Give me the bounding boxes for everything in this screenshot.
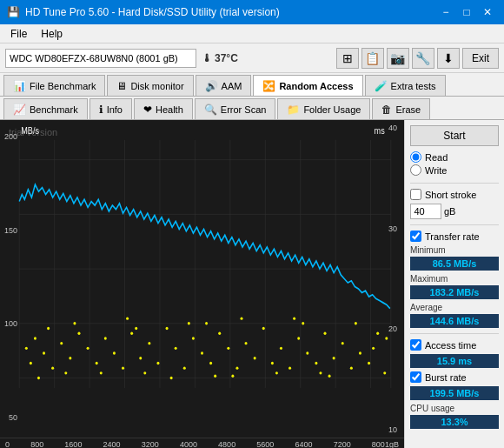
svg-point-64 <box>359 351 361 354</box>
svg-point-57 <box>315 362 317 364</box>
menu-file[interactable]: File <box>3 27 34 41</box>
svg-point-76 <box>275 371 278 374</box>
read-radio[interactable] <box>410 151 421 163</box>
burst-rate-option[interactable]: Burst rate <box>410 371 499 383</box>
svg-point-45 <box>227 347 229 350</box>
svg-point-80 <box>372 347 375 350</box>
short-stroke-row: gB <box>410 204 499 219</box>
x-label-5600: 5600 <box>256 440 274 449</box>
minimize-button[interactable]: − <box>436 4 455 20</box>
tab-info[interactable]: ℹ Info <box>90 98 132 119</box>
drive-dropdown[interactable]: WDC WD80EFZX-68UW8N0 (8001 gB) <box>5 49 196 68</box>
svg-point-21 <box>51 366 54 369</box>
svg-point-27 <box>104 337 107 339</box>
svg-point-49 <box>262 327 265 330</box>
minimum-section: Minimum 86.5 MB/s <box>410 245 499 271</box>
minimum-label: Minimum <box>410 245 499 255</box>
burst-rate-label: Burst rate <box>425 372 467 383</box>
svg-point-72 <box>170 377 173 379</box>
title-bar-left: 💾 HD Tune Pro 5.60 - Hard Disk/SSD Utili… <box>7 6 280 18</box>
svg-point-48 <box>254 357 256 359</box>
x-label-8001: 8001gB <box>372 440 399 449</box>
access-time-option[interactable]: Access time <box>410 339 499 351</box>
x-label-1600: 1600 <box>64 440 82 449</box>
tab-folder-usage[interactable]: 📁 Folder Usage <box>277 98 370 119</box>
x-label-4000: 4000 <box>180 440 197 449</box>
svg-point-67 <box>383 371 386 374</box>
svg-point-18 <box>30 362 32 364</box>
tab-health[interactable]: ❤ Health <box>134 98 193 119</box>
y-right-10: 10 <box>388 425 402 434</box>
toolbar-icon-4[interactable]: 🔧 <box>412 48 434 69</box>
main-area: trial version 200 150 100 50 40 30 20 10 <box>0 120 504 448</box>
tab-benchmark[interactable]: 📈 Benchmark <box>3 98 88 119</box>
exit-button[interactable]: Exit <box>462 48 499 69</box>
info-icon: ℹ <box>99 104 103 116</box>
x-label-3200: 3200 <box>142 440 159 449</box>
tab-extra-tests-label: Extra tests <box>391 81 436 91</box>
extra-tests-icon: 🧪 <box>375 80 388 92</box>
y-axis-left: 200 150 100 50 <box>0 120 19 438</box>
y-axis-right: 40 30 20 10 <box>387 120 404 438</box>
tab-random-access-label: Random Access <box>279 81 353 91</box>
transfer-rate-checkbox[interactable] <box>410 231 421 242</box>
svg-point-65 <box>368 362 370 364</box>
svg-point-30 <box>113 351 116 354</box>
svg-point-40 <box>126 317 129 319</box>
svg-point-34 <box>148 342 150 344</box>
maximize-button[interactable]: □ <box>457 4 476 20</box>
svg-point-71 <box>135 327 137 330</box>
maximum-value: 183.2 MB/s <box>410 285 499 299</box>
svg-point-68 <box>37 377 40 379</box>
write-radio[interactable] <box>410 164 421 176</box>
toolbar-icon-2[interactable]: 📋 <box>361 48 384 69</box>
short-stroke-unit: gB <box>444 206 455 217</box>
y-left-150: 150 <box>2 226 17 235</box>
svg-point-26 <box>96 362 98 364</box>
tab-disk-monitor[interactable]: 🖥 Disk monitor <box>107 75 193 96</box>
toolbar-icon-1[interactable]: ⊞ <box>336 48 359 69</box>
x-label-4800: 4800 <box>218 440 235 449</box>
write-option[interactable]: Write <box>410 164 499 176</box>
menu-help[interactable]: Help <box>34 27 70 41</box>
toolbar-icon-3[interactable]: 📷 <box>387 48 409 69</box>
svg-point-22 <box>60 342 63 344</box>
svg-point-77 <box>302 322 304 324</box>
title-bar: 💾 HD Tune Pro 5.60 - Hard Disk/SSD Utili… <box>0 0 504 24</box>
thermometer-icon: 🌡 <box>202 52 212 64</box>
svg-point-69 <box>73 322 76 324</box>
access-time-value: 15.9 ms <box>410 354 499 368</box>
short-stroke-checkbox[interactable] <box>410 189 421 200</box>
close-button[interactable]: ✕ <box>478 4 497 20</box>
tab-error-scan[interactable]: 🔍 Error Scan <box>195 98 276 119</box>
tab-health-label: Health <box>156 104 183 115</box>
x-axis-labels: 0 800 1600 2400 3200 4000 4800 5600 6400… <box>0 438 404 448</box>
svg-point-66 <box>376 332 379 335</box>
divider-3 <box>410 333 499 334</box>
burst-rate-checkbox[interactable] <box>410 371 421 383</box>
transfer-rate-option[interactable]: Transfer rate <box>410 231 499 242</box>
tab-extra-tests[interactable]: 🧪 Extra tests <box>365 75 446 96</box>
svg-point-73 <box>188 322 190 324</box>
svg-point-33 <box>139 357 142 359</box>
short-stroke-input[interactable] <box>410 204 441 219</box>
tab-file-benchmark[interactable]: 📊 File Benchmark <box>3 75 105 96</box>
svg-point-62 <box>293 317 295 319</box>
cpu-label: CPU usage <box>410 404 499 413</box>
svg-point-51 <box>205 322 208 324</box>
read-option[interactable]: Read <box>410 151 499 163</box>
divider-2 <box>410 224 499 225</box>
random-access-icon: 🔀 <box>262 80 275 92</box>
start-button[interactable]: Start <box>410 125 499 146</box>
tab-benchmark-label: Benchmark <box>30 104 78 115</box>
short-stroke-option[interactable]: Short stroke <box>410 189 499 200</box>
svg-point-75 <box>240 317 242 319</box>
tab-random-access[interactable]: 🔀 Random Access <box>253 75 362 96</box>
access-time-checkbox[interactable] <box>410 339 421 351</box>
x-label-6400: 6400 <box>295 440 312 449</box>
toolbar-icon-5[interactable]: ⬇ <box>437 48 460 69</box>
y-left-200: 200 <box>2 132 17 141</box>
tab-aam[interactable]: 🔊 AAM <box>196 75 252 96</box>
tab-erase[interactable]: 🗑 Erase <box>372 98 430 119</box>
svg-point-37 <box>175 347 177 350</box>
